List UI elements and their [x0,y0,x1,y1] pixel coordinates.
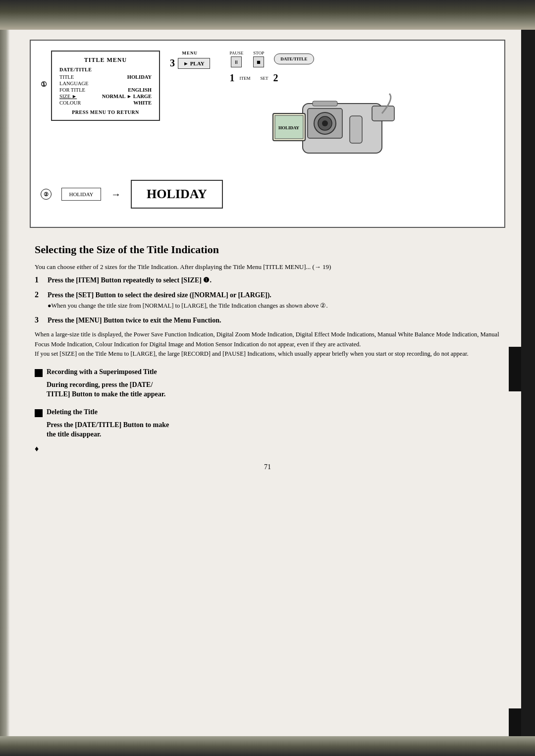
circle-2-label: ② [41,189,52,200]
set-control: SET [261,76,268,81]
page: ① TITLE MENU DATE/TITLE TITLE HOLIDAY LA… [0,0,535,756]
pause-label: PAUSE [230,51,244,55]
title-menu-panel: TITLE MENU DATE/TITLE TITLE HOLIDAY LANG… [51,51,160,121]
step-item-3: 3 Press the [MENU] Button twice to exit … [35,316,500,325]
camera-section: MENU 3 ► PLAY PAUSE ⏸ [170,51,494,175]
svg-rect-9 [350,116,362,143]
menu-row-for-title: FOR TITLE ENGLISH [59,87,152,93]
date-title-button[interactable]: DATE/TITLE [274,54,314,64]
subsection-body-1: During recording, press the [DATE/TITLE]… [47,380,500,399]
step12-controls: PAUSE ⏸ STOP ⏹ DATE/TITLE 1 [230,51,314,84]
arrow-bullet: ♦ [35,444,500,453]
pause-button[interactable]: ⏸ [231,56,242,67]
item-label: ITEM [240,76,251,81]
step-2-text: Press the [SET] Button to select the des… [48,290,328,311]
arrow-right-icon: → [111,189,121,200]
diagram-bottom: ② HOLIDAY → HOLIDAY [41,180,494,209]
svg-rect-10 [313,101,337,106]
subsection-title-2: Deleting the Title [47,408,98,416]
step-3-number: 3 [35,316,44,324]
subsection-header-2: Deleting the Title [35,408,500,417]
menu-row-colour: COLOUR WHITE [59,100,152,106]
text-content: Selecting the Size of the Title Indicati… [30,243,505,471]
black-square-icon-1 [35,369,43,377]
step-1-text: Press the [ITEM] Button repeatedly to se… [48,275,212,285]
subsection-title-1: Recording with a Superimposed Title [47,368,157,376]
camera-illustration: HOLIDAY [263,89,402,175]
right-accent-block-2 [509,708,521,738]
step-1-number: 1 [35,275,44,284]
pause-control: PAUSE ⏸ [230,51,244,67]
diagram-area: ① TITLE MENU DATE/TITLE TITLE HOLIDAY LA… [30,40,505,228]
step3-control: MENU 3 ► PLAY [170,51,210,69]
stop-button[interactable]: ⏹ [253,56,264,67]
stop-control: STOP ⏹ [253,51,264,67]
stop-label: STOP [253,51,264,55]
intro-text: You can choose either of 2 sizes for the… [35,262,500,272]
camera-svg: HOLIDAY [263,89,402,173]
subsection-body-2: Press the [DATE/TITLE] Button to makethe… [47,420,500,439]
step-2-number: 2 [35,290,44,299]
item-control: ITEM [240,76,251,81]
top-border [0,0,535,30]
circle-1-label: ① [41,51,47,89]
title-menu-header: TITLE MENU [59,56,152,64]
holiday-large-box: HOLIDAY [131,180,223,209]
menu-row-title: TITLE HOLIDAY [59,74,152,80]
step-item-1: 1 Press the [ITEM] Button repeatedly to … [35,275,500,285]
menu-row-size: SIZE ► NORMAL ► LARGE [59,94,152,99]
black-square-icon-2 [35,409,43,417]
step-2-subbullet: ●When you change the title size from [NO… [48,302,328,311]
main-content: ① TITLE MENU DATE/TITLE TITLE HOLIDAY LA… [0,30,535,496]
menu-label: MENU [182,51,198,55]
page-number: 71 [35,463,500,471]
play-button[interactable]: ► PLAY [178,58,210,69]
subsection-header-1: Recording with a Superimposed Title [35,368,500,377]
press-menu-return: PRESS MENU TO RETURN [59,109,152,115]
step-3-text: Press the [MENU] Button twice to exit th… [48,316,221,325]
menu-section-label: DATE/TITLE [59,67,152,72]
bottom-border [0,736,535,756]
step1-num: 1 [230,72,235,84]
diagram-inner: ① TITLE MENU DATE/TITLE TITLE HOLIDAY LA… [41,51,494,175]
holiday-small-box: HOLIDAY [61,188,101,201]
step-item-2: 2 Press the [SET] Button to select the d… [35,290,500,311]
set-label: SET [261,76,268,81]
note-paragraph: When a large-size title is displayed, th… [35,330,500,359]
menu-row-language: LANGUAGE [59,81,152,86]
svg-text:HOLIDAY: HOLIDAY [278,125,299,130]
svg-point-4 [322,120,328,126]
svg-rect-5 [372,106,394,121]
step2-num: 2 [273,72,278,84]
step3-num: 3 [170,57,175,69]
section-title: Selecting the Size of the Title Indicati… [35,243,500,257]
